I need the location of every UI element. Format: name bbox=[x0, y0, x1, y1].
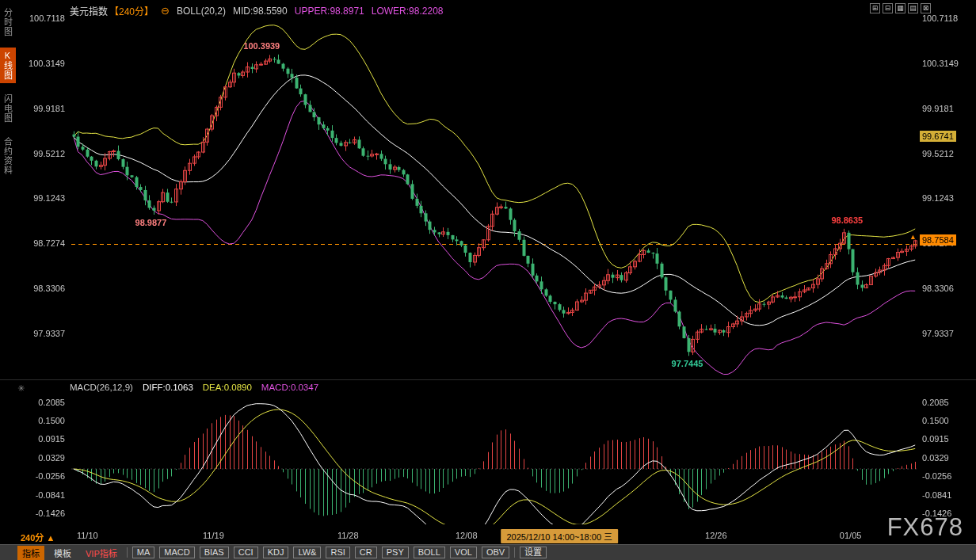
macd-label-left: -0.1426 bbox=[0, 509, 65, 518]
macd-label-left: 0.0915 bbox=[0, 434, 65, 444]
indicator-button-cci[interactable]: CCI bbox=[234, 547, 258, 558]
price-label-left: 98.3306 bbox=[0, 284, 65, 293]
price-label-right: 99.5212 bbox=[922, 149, 954, 158]
toolbar-separator bbox=[127, 547, 128, 558]
price-label-right: 98.3306 bbox=[922, 284, 954, 293]
price-label-right: 98.7274 bbox=[922, 238, 954, 248]
symbol-name: 美元指数 bbox=[70, 4, 108, 17]
tab-template[interactable]: 模板 bbox=[49, 546, 76, 560]
settings-button[interactable]: 设置 bbox=[520, 547, 547, 558]
period-badge: 【240分】 bbox=[109, 4, 154, 17]
indicator-button-lw[interactable]: LW& bbox=[293, 547, 321, 558]
new-window-icon[interactable]: ⊞ bbox=[870, 3, 880, 13]
macd-dea-value: DEA:0.0890 bbox=[203, 383, 252, 392]
macd-label-left: 0.2085 bbox=[0, 398, 65, 407]
time-label: 12/26 bbox=[705, 531, 727, 540]
indicator-button-rsi[interactable]: RSI bbox=[326, 547, 349, 558]
macd-label-right: -0.0256 bbox=[922, 471, 951, 481]
boll-upper-value: UPPER:98.8971 bbox=[295, 6, 364, 17]
sidebar-item-kline-chart[interactable]: K线图 bbox=[0, 48, 16, 83]
crosshair-time-highlight: 2025/12/10 14:00~18:00 三 bbox=[501, 529, 618, 543]
macd-label-left: 0.1500 bbox=[0, 416, 65, 425]
macd-label-left: -0.0841 bbox=[0, 490, 65, 500]
sidebar-item-contract-info[interactable]: 合约资料 bbox=[0, 134, 16, 178]
indicator-button-kdj[interactable]: KDJ bbox=[263, 547, 289, 558]
macd-label-right: 0.0915 bbox=[922, 434, 949, 444]
macd-title: MACD(26,12,9) bbox=[70, 383, 133, 392]
indicator-button-psy[interactable]: PSY bbox=[382, 547, 409, 558]
close-window-icon[interactable]: ⊠ bbox=[921, 3, 931, 13]
indicator-button-ma[interactable]: MA bbox=[132, 547, 155, 558]
time-label: 11/19 bbox=[203, 531, 224, 540]
price-label-left: 97.9337 bbox=[0, 329, 65, 338]
split-panel-icon[interactable]: ⊟ bbox=[883, 3, 893, 13]
macd-label-right: -0.0841 bbox=[922, 490, 951, 500]
price-label-right: 99.1243 bbox=[922, 193, 954, 203]
rows-view-icon[interactable]: ▤ bbox=[908, 3, 918, 13]
sidebar-item-time-chart[interactable]: 分时图 bbox=[0, 5, 16, 40]
price-label-left: 99.1243 bbox=[0, 193, 65, 203]
indicator-button-vol[interactable]: VOL bbox=[450, 547, 477, 558]
price-axis-right: 100.7118100.314999.918199.521299.124398.… bbox=[921, 0, 976, 560]
time-label: 01/05 bbox=[840, 531, 862, 540]
time-label: 11/28 bbox=[337, 531, 359, 540]
bottom-toolbar: 指标模板VIP指标MAMACDBIASCCIKDJLW&RSICRPSYBOLL… bbox=[0, 544, 976, 560]
macd-header: MACD(26,12,9) DIFF:0.1063 DEA:0.0890 MAC… bbox=[70, 383, 318, 392]
toolbar-separator bbox=[514, 547, 515, 558]
macd-label-right: 0.1500 bbox=[922, 416, 949, 425]
boll-mid-value: MID:98.5590 bbox=[233, 6, 288, 17]
watermark: FX678 bbox=[887, 513, 963, 542]
indicator-button-obv[interactable]: OBV bbox=[482, 547, 509, 558]
time-label: 11/10 bbox=[77, 531, 98, 540]
macd-panel-icon: ✳ bbox=[17, 383, 25, 394]
macd-diff-value: DIFF:0.1063 bbox=[143, 383, 193, 392]
price-label-right: 100.3149 bbox=[922, 59, 959, 68]
macd-macd-value: MACD:0.0347 bbox=[261, 383, 318, 392]
sidebar-item-flash-chart[interactable]: 闪电图 bbox=[0, 91, 16, 126]
chart-app: 分时图K线图闪电图合约资料 美元指数 【240分】 ⊖ BOLL(20,2) M… bbox=[0, 0, 976, 560]
price-label-right: 97.9337 bbox=[922, 329, 954, 338]
macd-label-right: 0.0329 bbox=[922, 453, 949, 463]
price-label-right: 99.9181 bbox=[922, 104, 954, 113]
tab-vip-indicators[interactable]: VIP指标 bbox=[81, 546, 122, 560]
boll-label: BOLL(20,2) bbox=[177, 6, 226, 17]
indicator-button-macd[interactable]: MACD bbox=[159, 547, 194, 558]
boll-lower-value: LOWER:98.2208 bbox=[372, 6, 444, 17]
grid-view-icon[interactable]: ▦ bbox=[895, 3, 905, 13]
window-controls: ⊞⊟▦▤⊠ bbox=[870, 3, 931, 13]
time-axis: 240分 ▲11/1011/1911/2812/0812/2601/052025… bbox=[0, 528, 976, 544]
macd-label-right: 0.2085 bbox=[922, 398, 949, 407]
price-label-left: 98.7274 bbox=[0, 238, 65, 248]
tab-indicators[interactable]: 指标 bbox=[17, 546, 44, 560]
chart-header: 美元指数 【240分】 ⊖ BOLL(20,2) MID:98.5590 UPP… bbox=[70, 4, 444, 17]
zoom-out-icon[interactable]: ⊖ bbox=[161, 5, 170, 17]
macd-label-left: -0.0256 bbox=[0, 471, 65, 481]
indicator-button-cr[interactable]: CR bbox=[355, 547, 377, 558]
time-label: 12/08 bbox=[456, 531, 478, 540]
indicator-button-bias[interactable]: BIAS bbox=[200, 547, 229, 558]
macd-label-left: 0.0329 bbox=[0, 453, 65, 463]
main-chart-canvas[interactable] bbox=[0, 0, 976, 560]
sidebar: 分时图K线图闪电图合约资料 bbox=[1, 5, 14, 178]
timeframe-label[interactable]: 240分 ▲ bbox=[21, 531, 55, 543]
price-label-right: 100.7118 bbox=[922, 13, 958, 23]
indicator-button-boll[interactable]: BOLL bbox=[414, 547, 445, 558]
